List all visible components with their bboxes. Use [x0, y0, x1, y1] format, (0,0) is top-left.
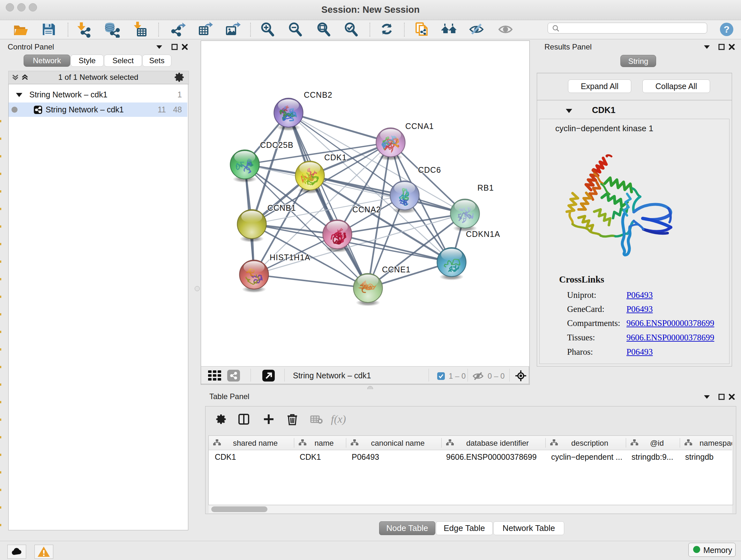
svg-text:CDKN1A: CDKN1A	[466, 230, 500, 239]
svg-text:CCNA2: CCNA2	[352, 205, 381, 214]
svg-text:CCNB1: CCNB1	[267, 203, 296, 212]
svg-text:CCNB2: CCNB2	[304, 90, 333, 99]
svg-text:CDC25B: CDC25B	[260, 140, 293, 149]
svg-text:CDK1: CDK1	[324, 153, 347, 162]
svg-text:CCNE1: CCNE1	[382, 265, 411, 274]
svg-text:RB1: RB1	[477, 183, 494, 192]
svg-text:HIST1H1A: HIST1H1A	[270, 253, 310, 262]
svg-text:CCNA1: CCNA1	[405, 122, 434, 131]
svg-text:CDC6: CDC6	[418, 165, 441, 174]
